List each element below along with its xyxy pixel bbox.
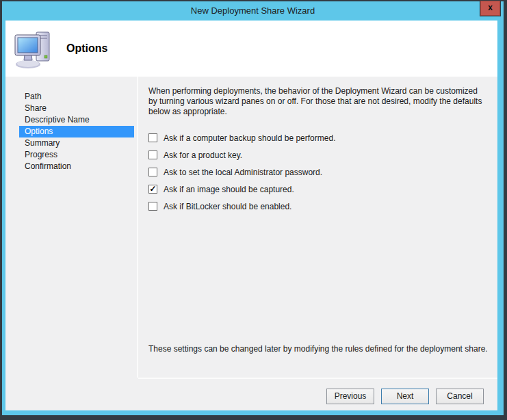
sidebar-item-descriptive-name: Descriptive Name [19, 114, 134, 126]
computer-icon [14, 29, 53, 70]
checkbox-product-key[interactable] [148, 150, 157, 159]
window-frame: New Deployment Share Wizard x [2, 1, 504, 415]
wizard-buttons: Previous Next Cancel [326, 389, 484, 404]
window-body: Options Path Share Descriptive Name Opti… [5, 21, 497, 410]
wizard-steps: Path Share Descriptive Name Options Summ… [19, 91, 134, 172]
options-panel: When performing deployments, the behavio… [138, 77, 497, 378]
close-icon: x [488, 3, 493, 12]
sidebar-item-options: Options [19, 126, 134, 137]
checkbox-label[interactable]: Ask for a product key. [164, 150, 242, 160]
checkbox-computer-backup[interactable] [148, 133, 157, 142]
checkbox-row-product-key[interactable]: Ask for a product key. [148, 150, 484, 160]
previous-button[interactable]: Previous [326, 389, 374, 404]
option-checklist: Ask if a computer backup should be perfo… [148, 133, 484, 211]
checkbox-admin-password[interactable] [148, 168, 157, 176]
sidebar-item-path: Path [19, 91, 134, 103]
footnote-text: These settings can be changed later by m… [148, 344, 488, 354]
sidebar-item-progress: Progress [19, 149, 134, 161]
checkbox-image-capture[interactable]: ✓ [148, 185, 157, 194]
sidebar-item-share: Share [19, 103, 134, 114]
checkbox-label[interactable]: Ask to set the local Administrator passw… [164, 168, 322, 177]
checkbox-label[interactable]: Ask if BitLocker should be enabled. [164, 202, 291, 211]
main-area: Path Share Descriptive Name Options Summ… [5, 77, 497, 410]
intro-text: When performing deployments, the behavio… [148, 86, 484, 117]
window-title: New Deployment Share Wizard [2, 1, 504, 20]
checkbox-label[interactable]: Ask if a computer backup should be perfo… [164, 133, 335, 143]
header: Options [5, 21, 497, 77]
checkbox-row-image-capture[interactable]: ✓ Ask if an image should be captured. [148, 185, 484, 194]
checkbox-bitlocker[interactable] [148, 202, 157, 211]
checkbox-row-bitlocker[interactable]: Ask if BitLocker should be enabled. [148, 202, 484, 211]
cancel-button[interactable]: Cancel [436, 389, 484, 404]
wizard-window: New Deployment Share Wizard x [0, 0, 507, 420]
titlebar: New Deployment Share Wizard x [2, 1, 504, 21]
checkbox-label[interactable]: Ask if an image should be captured. [164, 185, 294, 194]
button-area-divider [138, 378, 497, 379]
sidebar-item-confirmation: Confirmation [19, 161, 134, 172]
close-button[interactable]: x [480, 0, 501, 16]
checkbox-row-computer-backup[interactable]: Ask if a computer backup should be perfo… [148, 133, 484, 143]
sidebar-item-summary: Summary [19, 137, 134, 149]
page-title: Options [66, 42, 107, 55]
next-button[interactable]: Next [381, 389, 429, 404]
checkbox-row-admin-password[interactable]: Ask to set the local Administrator passw… [148, 168, 484, 177]
